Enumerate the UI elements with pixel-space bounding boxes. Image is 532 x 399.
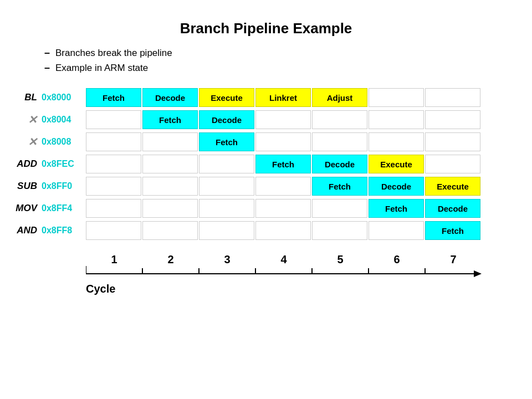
cell-3-6 bbox=[425, 155, 480, 173]
cell-5-4 bbox=[312, 199, 367, 218]
cycle-num-5: 6 bbox=[369, 253, 425, 266]
pipeline-row-3: ADD0x8FECFetchDecodeExecute bbox=[11, 154, 532, 175]
cell-6-1 bbox=[142, 221, 198, 240]
pipeline-row-5: MOV0x8FF4FetchDecode bbox=[11, 198, 532, 219]
cell-1-1: Fetch bbox=[142, 110, 198, 129]
cell-1-3 bbox=[255, 110, 311, 129]
cell-0-6 bbox=[425, 88, 480, 107]
cell-6-0 bbox=[86, 221, 141, 240]
cell-2-2: Fetch bbox=[199, 132, 254, 151]
cell-0-0: Fetch bbox=[86, 88, 141, 107]
page-title: Branch Pipeline Example bbox=[0, 0, 532, 47]
cell-5-3 bbox=[255, 199, 311, 218]
cell-5-5: Fetch bbox=[369, 199, 424, 218]
cell-2-4 bbox=[312, 132, 367, 151]
row-cells-0: FetchDecodeExecuteLinkretAdjust bbox=[86, 88, 482, 107]
row-addr-3: 0x8FEC bbox=[42, 159, 86, 169]
cell-6-5 bbox=[369, 221, 424, 240]
cycle-label-container: Cycle bbox=[86, 283, 532, 295]
cell-1-6 bbox=[425, 110, 480, 129]
cell-5-6: Decode bbox=[425, 199, 480, 218]
pipeline-row-2: ✕0x8008Fetch bbox=[11, 131, 532, 152]
bullet-text-1: Branches break the pipeline bbox=[55, 48, 172, 59]
cell-3-1 bbox=[142, 155, 198, 173]
cell-2-0 bbox=[86, 132, 141, 151]
cycle-label: Cycle bbox=[86, 283, 115, 295]
cell-1-2: Decode bbox=[199, 110, 254, 129]
row-cells-4: FetchDecodeExecute bbox=[86, 177, 482, 196]
pipeline-row-1: ✕0x8004FetchDecode bbox=[11, 109, 532, 130]
timeline-area: 1234567 Cycle bbox=[11, 253, 532, 295]
cell-4-3 bbox=[255, 177, 311, 196]
row-addr-6: 0x8FF8 bbox=[42, 226, 86, 236]
row-addr-2: 0x8008 bbox=[42, 137, 86, 147]
cycle-num-1: 2 bbox=[142, 253, 199, 266]
row-cells-6: Fetch bbox=[86, 221, 482, 240]
cell-4-5: Decode bbox=[369, 177, 424, 196]
row-addr-5: 0x8FF4 bbox=[42, 203, 86, 213]
pipeline-row-0: BL0x8000FetchDecodeExecuteLinkretAdjust bbox=[11, 87, 532, 108]
cycle-num-4: 5 bbox=[312, 253, 369, 266]
cycle-num-3: 4 bbox=[255, 253, 312, 266]
bullet-dash-2: – bbox=[44, 62, 50, 74]
cell-5-1 bbox=[142, 199, 198, 218]
cell-6-3 bbox=[255, 221, 311, 240]
row-label-6: AND bbox=[11, 225, 42, 236]
cell-0-3: Linkret bbox=[255, 88, 311, 107]
cell-4-2 bbox=[199, 177, 254, 196]
row-cells-5: FetchDecode bbox=[86, 199, 482, 218]
cell-1-5 bbox=[369, 110, 424, 129]
cell-4-6: Execute bbox=[425, 177, 480, 196]
row-label-5: MOV bbox=[11, 203, 42, 214]
cell-5-0 bbox=[86, 199, 141, 218]
bullet-1: – Branches break the pipeline bbox=[44, 47, 532, 59]
bullet-dash-1: – bbox=[44, 47, 50, 59]
row-label-2: ✕ bbox=[11, 135, 42, 149]
row-addr-1: 0x8004 bbox=[42, 115, 86, 125]
cycle-numbers: 1234567 bbox=[86, 253, 490, 266]
row-addr-4: 0x8FF0 bbox=[42, 181, 86, 191]
cell-3-2 bbox=[199, 155, 254, 173]
cell-1-4 bbox=[312, 110, 367, 129]
cycle-num-2: 3 bbox=[199, 253, 255, 266]
cell-3-3: Fetch bbox=[255, 155, 311, 173]
bullets-section: – Branches break the pipeline – Example … bbox=[44, 47, 532, 74]
cell-0-5 bbox=[369, 88, 424, 107]
cell-3-5: Execute bbox=[369, 155, 424, 173]
row-cells-1: FetchDecode bbox=[86, 110, 482, 129]
cell-2-3 bbox=[255, 132, 311, 151]
cell-2-5 bbox=[369, 132, 424, 151]
pipeline-diagram: BL0x8000FetchDecodeExecuteLinkretAdjust✕… bbox=[11, 87, 532, 241]
row-cells-3: FetchDecodeExecute bbox=[86, 155, 482, 173]
cell-6-4 bbox=[312, 221, 367, 240]
cell-2-1 bbox=[142, 132, 198, 151]
pipeline-row-6: AND0x8FF8Fetch bbox=[11, 220, 532, 241]
bullet-text-2: Example in ARM state bbox=[55, 63, 148, 74]
cell-1-0 bbox=[86, 110, 141, 129]
cell-6-6: Fetch bbox=[425, 221, 480, 240]
cell-2-6 bbox=[425, 132, 480, 151]
pipeline-row-4: SUB0x8FF0FetchDecodeExecute bbox=[11, 176, 532, 197]
cell-4-1 bbox=[142, 177, 198, 196]
cell-4-0 bbox=[86, 177, 141, 196]
cycle-num-6: 7 bbox=[425, 253, 482, 266]
axis-line bbox=[86, 266, 490, 283]
cell-4-4: Fetch bbox=[312, 177, 367, 196]
cell-6-2 bbox=[199, 221, 254, 240]
row-label-0: BL bbox=[11, 92, 42, 103]
svg-marker-2 bbox=[474, 270, 482, 277]
cycle-num-0: 1 bbox=[86, 253, 142, 266]
row-addr-0: 0x8000 bbox=[42, 93, 86, 103]
bullet-2: – Example in ARM state bbox=[44, 62, 532, 74]
cell-0-1: Decode bbox=[142, 88, 198, 107]
row-label-1: ✕ bbox=[11, 113, 42, 126]
cell-0-2: Execute bbox=[199, 88, 254, 107]
row-label-3: ADD bbox=[11, 158, 42, 170]
cell-0-4: Adjust bbox=[312, 88, 367, 107]
timeline-numbers-row: 1234567 bbox=[86, 253, 490, 283]
cell-3-4: Decode bbox=[312, 155, 367, 173]
row-cells-2: Fetch bbox=[86, 132, 482, 151]
row-label-4: SUB bbox=[11, 181, 42, 192]
cell-3-0 bbox=[86, 155, 141, 173]
cell-5-2 bbox=[199, 199, 254, 218]
